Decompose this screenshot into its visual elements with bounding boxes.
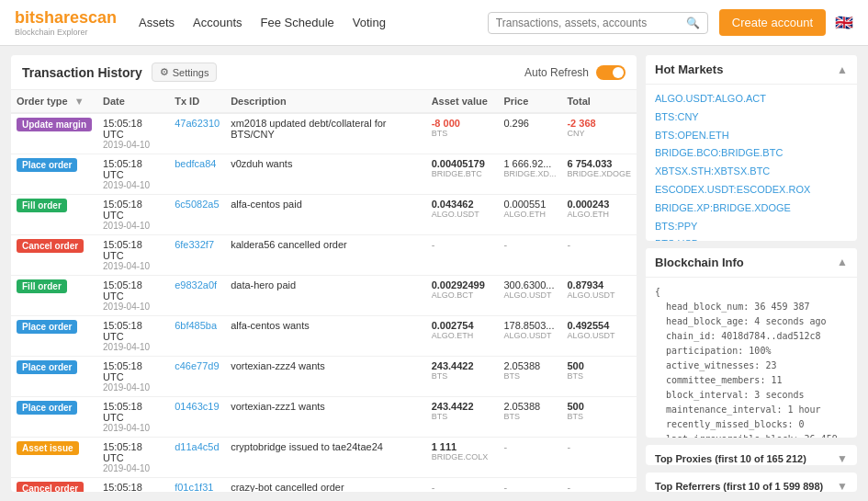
description-cell: xm2018 updated debt/collateral for BTS/C… [225, 113, 426, 154]
description-text: alfa-centos paid [231, 199, 302, 210]
asset-value-cell: - [426, 235, 499, 276]
market-link-item[interactable]: BRIDGE.XP:BRIDGE.XDOGE [655, 199, 848, 218]
settings-button[interactable]: ⚙ Settings [152, 63, 218, 82]
asset-sub: BRIDGE.COLX [432, 452, 493, 461]
tx-link[interactable]: 47a62310 [175, 118, 220, 129]
tx-id-cell: 01463c19 [169, 397, 225, 438]
price-dash: - [503, 482, 507, 492]
asset-value: 243.4422 [432, 360, 493, 371]
top-referrers-header[interactable]: Top Referrers (first 10 of 1 599 898) ▼ [646, 473, 857, 492]
price-value: 2.05388 [503, 360, 556, 371]
tx-link[interactable]: c46e77d9 [175, 360, 219, 371]
create-account-button[interactable]: Create account [719, 9, 826, 36]
nav-assets[interactable]: Assets [139, 16, 175, 29]
nav-voting[interactable]: Voting [353, 16, 386, 29]
total-value: 500 [567, 401, 631, 412]
description-cell: crazy-bot cancelled order [225, 478, 426, 493]
asset-dash: - [432, 239, 435, 250]
asset-dash: - [432, 482, 435, 492]
date-cell: 15:05:18 UTC 2019-04-10 [97, 316, 169, 357]
blockchain-info-chevron-icon[interactable]: ▲ [837, 256, 848, 268]
tx-id-cell: 6bf485ba [169, 316, 225, 357]
table-row: Update margin 15:05:18 UTC 2019-04-10 47… [11, 113, 637, 154]
market-link-item[interactable]: BTS:PPY [655, 218, 848, 236]
date-cell: 15:05:18 UTC 2019-04-10 [97, 154, 169, 195]
market-link-item[interactable]: BRIDGE.BCO:BRIDGE.BTC [655, 144, 848, 163]
filter-icon[interactable]: ▼ [74, 96, 85, 107]
asset-value-cell: 1 111BRIDGE.COLX [426, 438, 499, 478]
market-link-item[interactable]: ALGO.USDT:ALGO.ACT [655, 90, 848, 108]
search-input[interactable] [496, 17, 682, 29]
date-value: 2019-04-10 [103, 342, 163, 352]
gear-icon: ⚙ [160, 66, 169, 78]
price-value: 178.8503... [503, 320, 556, 331]
col-asset-value: Asset value [426, 90, 499, 113]
tx-link[interactable]: 6bf485ba [175, 320, 217, 331]
tx-id-cell: c46e77d9 [169, 357, 225, 397]
price-dash: - [503, 239, 507, 250]
market-link-item[interactable]: BTS:CNY [655, 108, 848, 127]
time-value: 15:05:18 UTC [103, 482, 163, 492]
total-value: -2 368 [567, 118, 631, 129]
order-type-cell: Cancel order [11, 478, 97, 493]
price-sub: BTS [503, 412, 556, 421]
col-description: Description [225, 90, 426, 113]
order-type-cell: Place order [11, 397, 97, 438]
market-link-item[interactable]: XBTSX.STH:XBTSX.BTC [655, 163, 848, 181]
tx-link[interactable]: 6c5082a5 [175, 199, 219, 210]
price-sub: ALGO.USDT [503, 290, 556, 300]
order-type-cell: Fill order [11, 276, 97, 316]
language-flag-icon[interactable]: 🇬🇧 [835, 14, 853, 31]
asset-value-cell: 0.043462ALGO.USDT [426, 195, 499, 235]
tx-link[interactable]: 01463c19 [175, 401, 219, 412]
price-cell: - [498, 235, 561, 276]
tx-id-cell: 6c5082a5 [169, 195, 225, 235]
price-cell: - [498, 438, 561, 478]
order-badge: Place order [17, 158, 77, 172]
hot-markets-content: ALGO.USDT:ALGO.ACTBTS:CNYBTS:OPEN.ETHBRI… [646, 85, 857, 241]
date-value: 2019-04-10 [103, 463, 163, 473]
tx-id-cell: bedfca84 [169, 154, 225, 195]
order-badge: Fill order [17, 199, 67, 212]
search-bar[interactable]: 🔍 [488, 12, 708, 34]
nav-accounts[interactable]: Accounts [193, 16, 242, 29]
top-proxies-header[interactable]: Top Proxies (first 10 of 165 212) ▼ [646, 445, 857, 464]
price-sub: BTS [503, 371, 556, 381]
col-order-type: Order type ▼ [11, 90, 97, 113]
total-value: 6 754.033 [567, 158, 631, 169]
top-proxies-chevron-icon[interactable]: ▼ [837, 452, 848, 464]
description-text: crazy-bot cancelled order [231, 482, 344, 492]
time-value: 15:05:18 UTC [103, 118, 163, 140]
price-sub: BRIDGE.XD... [503, 169, 556, 178]
tx-link[interactable]: 6fe332f7 [175, 239, 214, 250]
price-sub: ALGO.ETH [503, 210, 556, 219]
price-value: 2.05388 [503, 401, 556, 412]
order-badge: Place order [17, 401, 77, 415]
hot-markets-chevron-icon[interactable]: ▲ [837, 63, 848, 76]
tx-link[interactable]: bedfca84 [175, 158, 216, 169]
auto-refresh-toggle[interactable] [596, 65, 626, 80]
asset-sub: BTS [432, 412, 493, 421]
time-value: 15:05:18 UTC [103, 199, 163, 221]
tx-link[interactable]: e9832a0f [175, 279, 217, 290]
logo-text: bitsharescan [15, 8, 117, 28]
order-type-cell: Place order [11, 154, 97, 195]
market-link-item[interactable]: ESCODEX.USDT:ESCODEX.ROX [655, 181, 848, 199]
top-referrers-chevron-icon[interactable]: ▼ [837, 480, 848, 492]
tx-link[interactable]: d11a4c5d [175, 441, 219, 452]
description-cell: vortexian-zzz4 wants [225, 357, 426, 397]
tx-id-cell: 6fe332f7 [169, 235, 225, 276]
price-cell: 0.296 [498, 113, 561, 154]
nav-fee-schedule[interactable]: Fee Schedule [261, 16, 334, 29]
table-row: Asset issue 15:05:18 UTC 2019-04-10 d11a… [11, 438, 637, 478]
asset-value-cell: 243.4422BTS [426, 397, 499, 438]
market-link-item[interactable]: BTS:OPEN.ETH [655, 127, 848, 145]
tx-link[interactable]: f01c1f31 [175, 482, 213, 492]
date-cell: 15:05:18 UTC 2019-04-10 [97, 397, 169, 438]
total-value: 500 [567, 360, 631, 371]
col-total: Total [561, 90, 637, 113]
market-link-item[interactable]: BTS:USD [655, 235, 848, 240]
top-proxies-section: Top Proxies (first 10 of 165 212) ▼ [646, 445, 857, 464]
total-cell: 0.000243ALGO.ETH [561, 195, 637, 235]
asset-value-cell: 0.002754ALGO.ETH [426, 316, 499, 357]
